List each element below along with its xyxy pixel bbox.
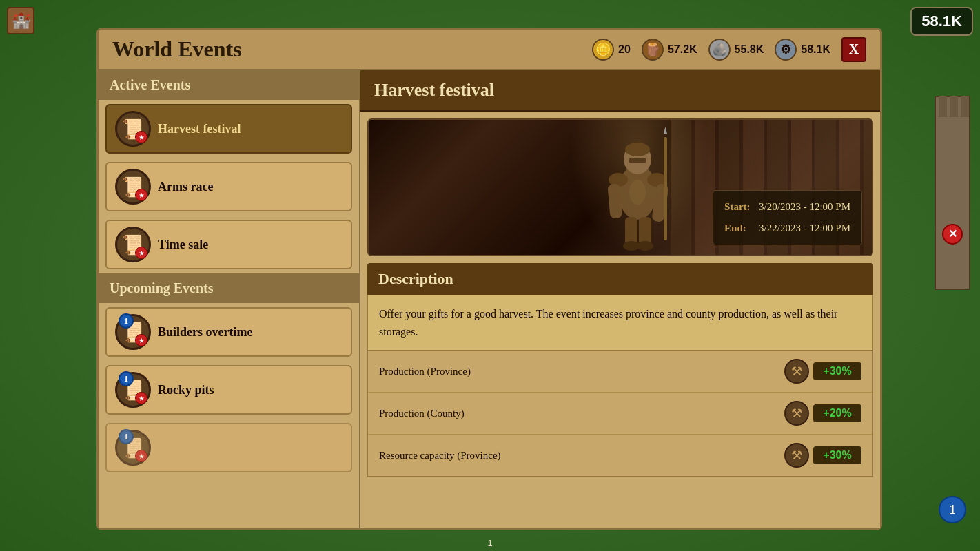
side-badge-right: 1 [939, 496, 966, 523]
svg-point-20 [629, 180, 646, 205]
close-button[interactable]: X [841, 37, 866, 62]
event-item-rocky-pits[interactable]: 1 📜 ★ Rocky pits [105, 365, 352, 415]
main-panel: World Events 🪙 20 🪵 57.2K 🪨 55.8K ⚙ 58.1… [96, 28, 882, 530]
bottom-bar: 1 [487, 538, 492, 548]
bonus-icon-0: ⚒ [784, 359, 809, 384]
event-item-harvest-festival[interactable]: 📜 ★ Harvest festival [105, 104, 352, 154]
svg-text:✕: ✕ [948, 228, 957, 240]
bonus-item-resource-capacity: Resource capacity (Province) ⚒ +30% [368, 435, 872, 476]
active-events-header: Active Events [99, 70, 359, 100]
event-item-upcoming-3[interactable]: 1 📜 ★ [105, 423, 352, 472]
warrior-silhouette [551, 120, 724, 256]
bonus-value-1: ⚒ +20% [784, 401, 861, 426]
bonus-value-2: ⚒ +30% [784, 443, 861, 468]
event-icon-time-sale: 📜 ★ [115, 227, 151, 262]
bonus-label-1: Production (County) [379, 408, 465, 419]
sidebar: Active Events 📜 ★ Harvest festival 📜 ★ A… [99, 70, 360, 528]
panel-header: World Events 🪙 20 🪵 57.2K 🪨 55.8K ⚙ 58.1… [99, 30, 880, 70]
svg-rect-1 [939, 96, 947, 117]
start-label: Start: [724, 198, 752, 216]
svg-rect-9 [629, 158, 646, 163]
bonus-icon-1: ⚒ [784, 401, 809, 426]
svg-rect-2 [950, 96, 958, 117]
bonus-pct-2: +30% [813, 446, 861, 464]
bonus-item-province-production: Production (Province) ⚒ +30% [368, 351, 872, 393]
event-detail-title: Harvest festival [374, 80, 494, 100]
red-star-time: ★ [135, 247, 147, 259]
red-star-rocky: ★ [135, 392, 147, 404]
svg-rect-3 [961, 96, 969, 117]
svg-point-8 [625, 143, 650, 156]
description-header: Description [367, 263, 873, 295]
event-item-builders-overtime[interactable]: 1 📜 ★ Builders overtime [105, 307, 352, 357]
event-name-builders-overtime: Builders overtime [158, 325, 252, 340]
stone-value: 55.8K [735, 43, 764, 56]
wood-icon: 🪵 [642, 39, 664, 61]
svg-point-19 [637, 241, 653, 251]
iron-value: 58.1K [801, 43, 830, 56]
date-overlay: Start: 3/20/2023 - 12:00 PM End: 3/22/20… [713, 190, 862, 245]
bonus-list: Production (Province) ⚒ +30% Production … [367, 351, 873, 477]
red-star-harvest: ★ [135, 131, 147, 143]
red-star-arms: ★ [135, 189, 147, 201]
end-date: 3/22/2023 - 12:00 PM [759, 219, 850, 238]
gold-icon: 🪙 [592, 39, 614, 61]
start-date: 3/20/2023 - 12:00 PM [759, 198, 850, 216]
event-icon-arms-race: 📜 ★ [115, 169, 151, 205]
currency-bar: 🪙 20 🪵 57.2K 🪨 55.8K ⚙ 58.1K X [592, 37, 866, 62]
content-area: Harvest festival [360, 70, 880, 528]
svg-rect-0 [935, 96, 970, 289]
currency-stone: 🪨 55.8K [708, 39, 764, 61]
red-star-upcoming-3: ★ [135, 450, 147, 462]
panel-body: Active Events 📜 ★ Harvest festival 📜 ★ A… [99, 70, 880, 528]
iron-icon: ⚙ [775, 39, 797, 61]
bonus-label-2: Resource capacity (Province) [379, 450, 501, 461]
gold-value: 20 [618, 43, 631, 56]
bonus-pct-0: +30% [813, 362, 861, 380]
bonus-icon-2: ⚒ [784, 443, 809, 468]
event-name-rocky-pits: Rocky pits [158, 383, 214, 397]
upcoming-events-header: Upcoming Events [99, 273, 359, 303]
currency-iron: ⚙ 58.1K [775, 39, 830, 61]
badge-upcoming-3: 1 [119, 429, 134, 444]
description-text: Offer your gifts for a good harvest. The… [367, 295, 873, 351]
currency-gold: 🪙 20 [592, 39, 631, 61]
currency-wood: 🪵 57.2K [642, 39, 697, 61]
stone-icon: 🪨 [708, 39, 731, 61]
description-section: Description Offer your gifts for a good … [367, 263, 873, 351]
event-icon-harvest-festival: 📜 ★ [115, 111, 151, 147]
end-label: End: [724, 219, 752, 238]
bonus-pct-1: +20% [813, 404, 861, 422]
event-title-bar: Harvest festival [360, 70, 880, 112]
event-item-arms-race[interactable]: 📜 ★ Arms race [105, 162, 352, 211]
panel-title: World Events [112, 37, 242, 62]
event-icon-upcoming-3: 1 📜 ★ [115, 430, 151, 466]
badge-builders: 1 [119, 313, 134, 329]
event-name-time-sale: Time sale [158, 238, 208, 252]
hero-image-area: Start: 3/20/2023 - 12:00 PM End: 3/22/20… [367, 118, 873, 256]
event-icon-rocky-pits: 1 📜 ★ [115, 372, 151, 408]
top-right-currency: 58.1K [910, 7, 973, 36]
event-name-arms-race: Arms race [158, 180, 213, 194]
badge-rocky: 1 [119, 371, 134, 386]
event-name-harvest-festival: Harvest festival [158, 122, 241, 136]
bonus-label-0: Production (Province) [379, 366, 471, 377]
event-icon-builders-overtime: 1 📜 ★ [115, 314, 151, 350]
bonus-value-0: ⚒ +30% [784, 359, 861, 384]
svg-rect-14 [664, 137, 667, 240]
svg-marker-15 [664, 127, 667, 134]
castle-icon: 🏰 [7, 7, 34, 34]
red-star-builders: ★ [135, 334, 147, 346]
bonus-item-county-production: Production (County) ⚒ +20% [368, 393, 872, 435]
wood-value: 57.2K [668, 43, 697, 56]
tower-decoration-right: ✕ [932, 96, 973, 303]
event-item-time-sale[interactable]: 📜 ★ Time sale [105, 220, 352, 269]
